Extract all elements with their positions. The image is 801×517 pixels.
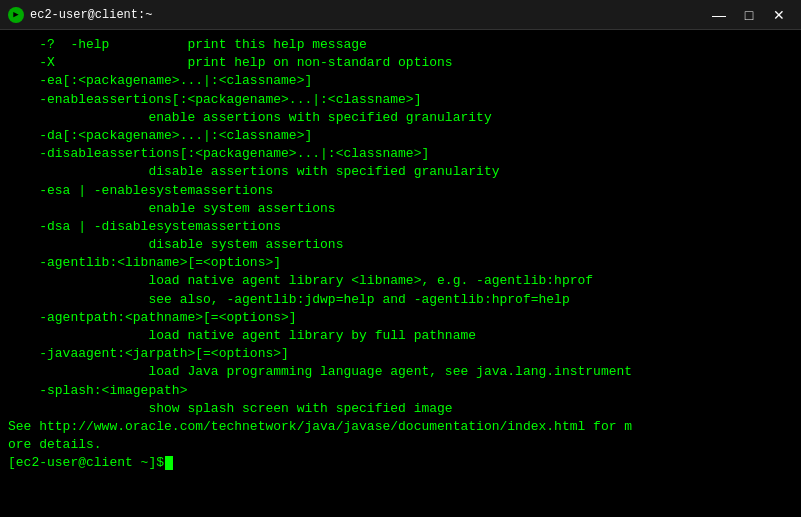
- prompt-line: [ec2-user@client ~]$: [8, 454, 793, 472]
- title-bar: ▶ ec2-user@client:~ — □ ✕: [0, 0, 801, 30]
- terminal-icon: ▶: [8, 7, 24, 23]
- window-controls: — □ ✕: [705, 4, 793, 26]
- window-title: ec2-user@client:~: [30, 8, 152, 22]
- title-left: ▶ ec2-user@client:~: [8, 7, 152, 23]
- prompt-text: [ec2-user@client ~]$: [8, 454, 164, 472]
- terminal-output: -? -help print this help message -X prin…: [8, 36, 793, 454]
- window: ▶ ec2-user@client:~ — □ ✕ -? -help print…: [0, 0, 801, 517]
- minimize-button[interactable]: —: [705, 4, 733, 26]
- close-button[interactable]: ✕: [765, 4, 793, 26]
- cursor: [165, 456, 173, 470]
- maximize-button[interactable]: □: [735, 4, 763, 26]
- terminal-content[interactable]: -? -help print this help message -X prin…: [0, 30, 801, 517]
